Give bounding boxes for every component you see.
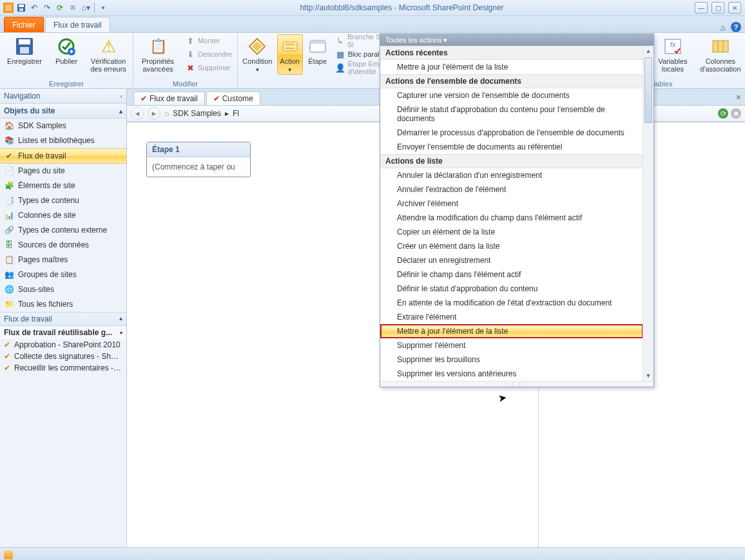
home-dropdown-icon[interactable]: ⌂▾ [80,2,92,14]
nav-item-icon: 📚 [4,135,14,146]
workflow-list-item[interactable]: ✔Collecte des signatures - SharePoi... [0,351,126,362]
nav-forward-icon[interactable]: ► [148,107,160,120]
menu-item[interactable]: Envoyer l'ensemble de documents au référ… [380,140,643,154]
workflow-list-item[interactable]: ✔Approbation - SharePoint 2010 [0,339,126,351]
menu-item[interactable]: Supprimer les brouillons [380,352,643,367]
workflow-step-box[interactable]: Étape 1 (Commencez à taper ou [146,142,251,177]
refresh-small-icon[interactable]: ⟳ [718,108,728,119]
scroll-up-icon[interactable]: ▲ [643,46,653,56]
workflow-icon: ✔ [4,340,10,349]
step-hint: (Commencez à taper ou [147,157,250,177]
chevron-up-icon[interactable]: ▴ [119,108,122,115]
breadcrumb-root[interactable]: SDK Samples [173,109,221,118]
scroll-down-icon[interactable]: ▼ [643,371,653,381]
menu-item[interactable]: Annuler la déclaration d'un enregistreme… [380,168,643,182]
nav-back-icon[interactable]: ◄ [131,107,144,120]
nav-item-icon: 🔗 [4,225,14,235]
scroll-thumb[interactable] [644,57,652,123]
document-tab[interactable]: ✔Custome [206,92,260,105]
menu-item[interactable]: Mettre à jour l'élément de la liste [380,324,643,338]
menu-item[interactable]: Déclarer un enregistrement [380,253,643,267]
save-icon[interactable] [15,2,27,14]
action-button[interactable]: Action▼ [277,34,303,75]
tab-close-icon[interactable]: × [736,92,745,102]
error-check-button[interactable]: ⚠ Vérification des erreurs [86,34,130,73]
close-button[interactable]: ✕ [728,2,741,14]
assoc-columns-button[interactable]: Colonnes d'association [695,34,745,73]
nav-item[interactable]: 🔗Types de contenu externe [0,223,126,238]
menu-item[interactable]: Définir le champ dans l'élément actif [380,267,643,282]
menu-item[interactable]: Supprimer l'élément [380,338,643,352]
chevron-left-icon[interactable]: ‹ [121,93,122,100]
publish-button[interactable]: Publier [49,34,84,66]
nav-item-label: Flux de travail [18,151,66,160]
nav-item[interactable]: 🗄Sources de données [0,238,126,253]
condition-button[interactable]: Condition▼ [240,34,274,75]
app-icon[interactable] [3,2,14,14]
menu-item[interactable]: Mettre à jour l'élément de la liste [380,60,643,74]
nav-item[interactable]: 📁Tous les fichiers [0,297,126,312]
redo-icon[interactable]: ↷ [41,2,53,14]
doc-tab-label: Flux de travail [150,94,198,103]
menu-item[interactable]: Définir le statut d'approbation du conte… [380,102,643,126]
nav-header[interactable]: Navigation ‹ [0,89,126,104]
home-icon[interactable]: ⌂ [164,109,169,118]
pin-icon[interactable]: ▪ [120,328,122,337]
svg-text:fx: fx [670,41,676,48]
local-variables-button[interactable]: fx Variables locales [653,34,693,73]
nav-item[interactable]: 👥Groupes de sites [0,267,126,282]
qat-customize-icon[interactable]: ▼ [97,2,109,14]
nav-workflow-section[interactable]: Flux de travail ▴ [0,312,126,326]
menu-item[interactable]: Créer un élément dans la liste [380,239,643,253]
nav-item[interactable]: 📑Types de contenu [0,193,126,208]
breadcrumb-current[interactable]: Fl [233,109,239,118]
menu-item[interactable]: Copier un élément de la liste [380,225,643,239]
stop-small-icon[interactable]: ✖ [731,108,741,119]
refresh-icon[interactable]: ⟳ [54,2,66,14]
nav-item[interactable]: 🌐Sous-sites [0,282,126,297]
menu-item[interactable]: Capturer une version de l'ensemble de do… [380,88,643,102]
maximize-button[interactable]: ▢ [711,2,724,14]
navigation-pane: Navigation ‹ Objets du site ▴ 🏠SDK Sampl… [0,89,127,547]
menu-item[interactable]: En attente de la modification de l'état … [380,296,643,310]
menu-item[interactable]: Supprimer les versions antérieures [380,367,643,381]
tab-file[interactable]: Fichier [4,17,44,32]
nav-item[interactable]: 📚Listes et bibliothèques [0,133,126,148]
menu-item[interactable]: Définir le statut d'approbation du conte… [380,282,643,296]
nav-item[interactable]: 🏠SDK Samples [0,119,126,133]
tab-workflow[interactable]: Flux de travail [45,17,110,32]
ribbon-group-save: Enregistrer Publier ⚠ Vérification des e… [0,33,133,88]
menu-title[interactable]: Toutes les actions ▾ [380,34,653,46]
window-controls: — ▢ ✕ [695,2,742,14]
nav-workflow-header[interactable]: Flux de travail réutilisable g... ▪ [0,326,126,339]
nav-site-objects-header[interactable]: Objets du site ▴ [0,104,126,119]
nav-item-icon: 📋 [4,255,14,265]
doc-tab-label: Custome [222,94,253,103]
undo-icon[interactable]: ↶ [28,2,40,14]
ribbon-minimize-icon[interactable]: △ [721,24,726,31]
document-tab[interactable]: ✔Flux de travail [133,92,205,105]
nav-item[interactable]: ✔Flux de travail [0,148,126,164]
menu-item[interactable]: Archiver l'élément [380,197,643,211]
save-label: Enregistrer [7,57,42,65]
nav-item[interactable]: 🧩Éléments de site [0,179,126,193]
step-button[interactable]: Étape [305,34,330,66]
menu-item[interactable]: Attendre la modification du champ dans l… [380,211,643,225]
minimize-button[interactable]: — [695,2,708,14]
nav-item[interactable]: 📋Pages maîtres [0,253,126,267]
nav-item[interactable]: 📄Pages du site [0,164,126,179]
stop-icon[interactable]: ✖ [67,2,79,14]
menu-scrollbar[interactable]: ▲ ▼ [643,46,653,381]
help-icon[interactable]: ? [731,22,741,32]
error-check-label: Vérification des erreurs [88,57,128,73]
menu-resize-grip[interactable]: ⋮⋮⋮⋮ [380,381,653,387]
save-button[interactable]: Enregistrer [3,34,46,66]
menu-item[interactable]: Démarrer le processus d'approbation de l… [380,126,643,140]
menu-item[interactable]: Extraire l'élément [380,310,643,324]
nav-item-label: Listes et bibliothèques [18,136,95,145]
workflow-list-item[interactable]: ✔Recueillir les commentaires - Shar... [0,362,126,374]
chevron-up-icon[interactable]: ▴ [119,314,122,323]
workflow-item-label: Recueillir les commentaires - Shar... [14,363,122,372]
menu-item[interactable]: Annuler l'extraction de l'élément [380,182,643,197]
nav-item[interactable]: 📊Colonnes de site [0,208,126,223]
